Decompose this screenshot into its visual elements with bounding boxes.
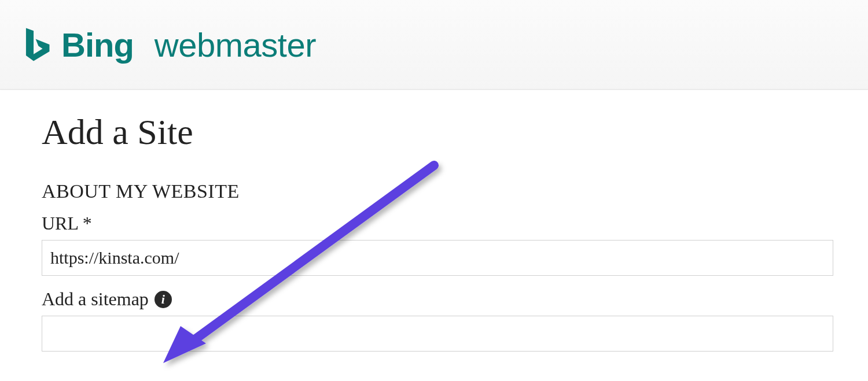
header: Bing webmaster (0, 0, 868, 90)
page-title: Add a Site (42, 112, 833, 153)
bing-logo-icon (23, 27, 51, 62)
url-input[interactable] (42, 240, 833, 276)
url-label-text: URL * (42, 213, 92, 234)
brand-logo-group[interactable]: Bing webmaster (23, 25, 316, 64)
section-label-about: ABOUT MY WEBSITE (42, 180, 833, 202)
sitemap-field-label: Add a sitemap i (42, 288, 833, 310)
brand-name: Bing (61, 25, 134, 64)
main-content: Add a Site ABOUT MY WEBSITE URL * Add a … (0, 90, 868, 364)
product-name: webmaster (155, 25, 316, 64)
url-field-label: URL * (42, 213, 833, 234)
sitemap-label-text: Add a sitemap (42, 288, 149, 310)
sitemap-input[interactable] (42, 316, 833, 352)
info-icon[interactable]: i (155, 291, 172, 308)
